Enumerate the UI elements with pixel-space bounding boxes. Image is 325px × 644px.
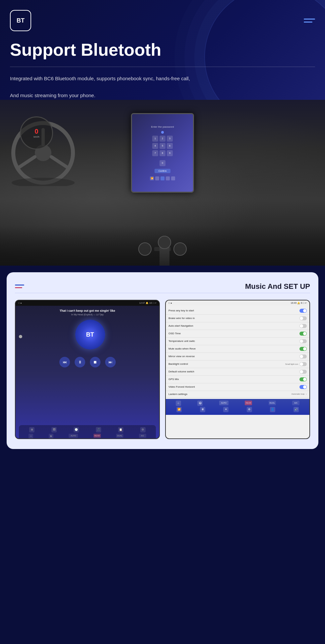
settings-row-brake-wire: Brake wire for video in	[166, 315, 309, 322]
bt-logo: BT	[10, 10, 31, 31]
settings-row-lantern[interactable]: Lantern settings Automatic loop ›	[166, 391, 309, 398]
toggle-press-key[interactable]	[299, 309, 307, 313]
nav-screen-icon: 🖥	[200, 407, 205, 412]
music-player-screen: □ ● 12:07 🔔 18 □ ↩ That I can't keep out…	[15, 300, 160, 439]
page-title: Support Bluetooth	[10, 40, 315, 59]
settings-nav-row-top: ⌂ ⏻ AUTO REAR DUAL A/C	[167, 401, 308, 406]
music-controls[interactable]: ⏮ ⏸ ⏹ ⏭	[19, 357, 156, 367]
toggle-mute-audio[interactable]	[299, 347, 307, 351]
center-console-screen: Enter the password 1 2 3 4 5 6 7 8 9 0 C…	[131, 113, 194, 193]
svg-point-5	[12, 178, 75, 186]
car-interior-bg: 0km/h Enter the password 1 2 3 4 5 6 7 8…	[0, 100, 325, 266]
nav-ac-btn[interactable]: A/C	[292, 401, 299, 405]
toggle-video-horiz[interactable]	[299, 385, 307, 389]
confirm-button: Confirm	[155, 169, 171, 173]
music-statusbar: □ ● 12:07 🔔 18 □ ↩	[16, 300, 159, 306]
nav-tools-icon: ✕	[223, 407, 228, 412]
screen-numpad: 1 2 3 4 5 6 7 8 9	[152, 136, 173, 156]
music-player-content: That I can't keep out got me singin' lik…	[16, 306, 159, 439]
nav-user-icon: 👤	[270, 407, 275, 412]
nav-power-icon[interactable]: ⏻	[197, 401, 203, 406]
rewind-button[interactable]: ⏮	[59, 357, 70, 367]
hamburger-menu-icon[interactable]	[304, 19, 315, 23]
description-text: Integrated with BC6 Bluetooth module, su…	[10, 74, 315, 100]
play-pause-button[interactable]: ⏸	[75, 357, 85, 367]
toggle-temp-unit[interactable]	[299, 339, 307, 343]
settings-row-default-vol: Default volume switch	[166, 368, 309, 376]
settings-row-auto-nav: Auto-start Navigation	[166, 322, 309, 330]
settings-row-mute-audio: Mute audio when Reve	[166, 345, 309, 353]
toggle-brake-wire[interactable]	[299, 316, 307, 320]
nav-wifi-icon: 📶	[176, 407, 182, 412]
section-menu-icon[interactable]	[15, 285, 24, 288]
nav-dual-btn[interactable]: DUAL	[269, 401, 276, 405]
settings-row-temp-unit: Temperature unit switc	[166, 338, 309, 345]
toggle-backlight[interactable]	[299, 362, 307, 366]
nav-vol-icon[interactable]: 🔊	[293, 407, 299, 412]
settings-row-press-key: Press any key to start	[166, 307, 309, 315]
backlight-extra: Small light con	[285, 363, 298, 365]
toggle-default-vol[interactable]	[299, 370, 307, 374]
nav-rear-btn[interactable]: REAR	[245, 401, 252, 405]
toggle-auto-nav[interactable]	[299, 324, 307, 328]
settings-row-backlight: Backlight control Small light con	[166, 360, 309, 368]
svg-line-3	[18, 157, 35, 168]
toggle-mirror-view[interactable]	[299, 354, 307, 358]
car-image-section: 0km/h Enter the password 1 2 3 4 5 6 7 8…	[0, 100, 325, 266]
lantern-arrow-icon: ›	[306, 393, 307, 396]
song-title: That I can't keep out got me singin' lik…	[19, 309, 156, 313]
settings-list: Press any key to start Brake wire for vi…	[166, 306, 309, 399]
settings-nav-row-bottom: 📶 🖥 ✕ ⚙ 👤 🔊	[167, 407, 308, 412]
fast-forward-button[interactable]: ⏭	[105, 357, 116, 367]
section-title: Music And SET UP	[245, 282, 310, 291]
section-header: Music And SET UP	[15, 282, 310, 291]
settings-statusbar: □ ● 16:49 🔔 8 □ ↩	[166, 300, 309, 306]
nav-home-icon[interactable]: ⌂	[176, 401, 181, 406]
toggle-gps-mix[interactable]	[299, 377, 307, 381]
toggle-osd-time[interactable]	[299, 332, 307, 336]
screen-password-label: Enter the password	[151, 125, 174, 128]
settings-row-osd-time: OSD Time	[166, 330, 309, 338]
svg-line-4	[51, 157, 68, 168]
title-divider	[10, 67, 315, 67]
settings-row-gps-mix: GPS Mix	[166, 376, 309, 383]
album-art: BT	[75, 320, 105, 350]
stop-button[interactable]: ⏹	[90, 357, 100, 367]
settings-bottom-bar: ⌂ ⏻ AUTO REAR DUAL A/C 📶 🖥 ✕ ⚙ 👤 🔊	[166, 399, 309, 415]
song-artist: In My Head (Explicit) — Lil Tjay	[19, 313, 156, 316]
lantern-extra: Automatic loop	[292, 393, 305, 395]
nav-settings-icon[interactable]: ⚙	[247, 407, 252, 412]
settings-row-mirror-view: Mirror view on reverse	[166, 353, 309, 360]
settings-screen: □ ● 16:49 🔔 8 □ ↩ Press any key to start…	[165, 300, 310, 439]
nav-auto-btn[interactable]: AUTO	[219, 401, 228, 405]
screens-row: □ ● 12:07 🔔 18 □ ↩ That I can't keep out…	[15, 300, 310, 439]
section-divider	[15, 293, 310, 293]
music-setup-section: Music And SET UP □ ● 12:07 🔔 18 □ ↩ That…	[7, 272, 318, 449]
nav-bar: BT	[10, 10, 315, 31]
settings-row-video-horiz: Video Forced Horizont	[166, 383, 309, 391]
header-section: BT Support Bluetooth Integrated with BC6…	[0, 0, 325, 100]
